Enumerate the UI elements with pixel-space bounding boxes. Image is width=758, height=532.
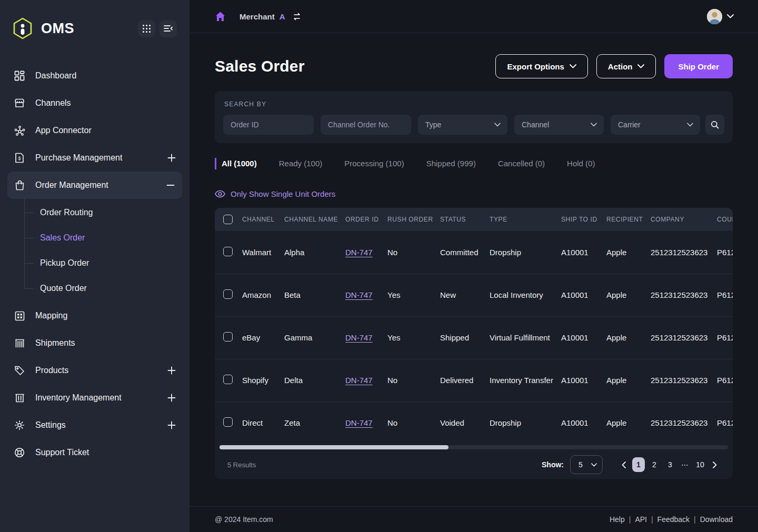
sidebar-item-purchase-management[interactable]: $ Purchase Management (0, 144, 190, 172)
sidebar-item-label: Settings (35, 420, 66, 430)
page-number[interactable]: 2 (648, 457, 661, 472)
inventory-columns-icon (14, 393, 25, 403)
topbar: Merchant A (190, 0, 758, 33)
footer-link[interactable]: Feedback (657, 515, 690, 524)
sidebar-item-label: Products (35, 366, 68, 375)
search-button[interactable] (705, 115, 724, 135)
sidebar-item-inventory-management[interactable]: Inventory Management (0, 384, 190, 411)
collapse-sidebar-button[interactable] (159, 20, 177, 37)
footer-link[interactable]: Download (700, 515, 733, 524)
cell-ship-to-id: A10001 (561, 359, 606, 401)
row-checkbox[interactable] (223, 247, 233, 256)
shipments-icon (14, 338, 25, 348)
sidebar-item-app-connector[interactable]: App Connector (0, 117, 190, 144)
cell-country: P6123 (717, 231, 733, 274)
channel-order-no-input[interactable] (321, 115, 411, 135)
ship-order-button[interactable]: Ship Order (664, 54, 733, 78)
col-channel: CHANNEL (242, 208, 284, 231)
scrollbar-thumb[interactable] (220, 445, 448, 449)
subnav-item-label: Quote Order (40, 284, 87, 293)
order-id-link[interactable]: DN-747 (345, 290, 373, 299)
chevron-down-icon (570, 64, 576, 68)
cell-company: 2512312523623 (651, 231, 717, 274)
sidebar-item-settings[interactable]: Settings (0, 411, 190, 439)
switch-merchant-icon[interactable] (292, 12, 302, 21)
sidebar-item-channels[interactable]: Channels (0, 89, 190, 117)
subnav-item-quote-order[interactable]: Quote Order (24, 276, 190, 301)
cell-channel: Direct (242, 401, 284, 444)
search-icon (711, 121, 719, 129)
type-select[interactable]: Type (418, 115, 507, 135)
order-id-input[interactable] (223, 115, 314, 135)
tab-ready[interactable]: Ready (100) (279, 158, 323, 169)
sidebar-item-dashboard[interactable]: Dashboard (0, 62, 190, 89)
tab-cancelled[interactable]: Cancelled (0) (498, 158, 545, 169)
subnav-item-pickup-order[interactable]: Pickup Order (24, 250, 190, 276)
page-number[interactable]: 10 (694, 457, 706, 472)
chevron-down-icon (591, 123, 597, 127)
avatar[interactable] (707, 9, 722, 24)
previous-page-button[interactable] (619, 461, 629, 468)
cell-recipient: Apple (606, 359, 651, 401)
plus-icon[interactable] (167, 421, 176, 429)
sidebar: OMS Dashboard (0, 0, 190, 532)
minus-icon[interactable] (166, 181, 175, 189)
subnav-item-sales-order[interactable]: Sales Order (24, 225, 190, 250)
svg-text:$: $ (18, 156, 21, 161)
tab-hold[interactable]: Hold (0) (567, 158, 595, 169)
chevron-down-icon (637, 64, 644, 68)
select-all-checkbox[interactable] (223, 215, 233, 224)
sidebar-item-mapping[interactable]: Mapping (0, 302, 190, 329)
tab-all[interactable]: All (1000) (215, 158, 257, 169)
row-checkbox[interactable] (223, 289, 233, 299)
order-id-link[interactable]: DN-747 (345, 248, 373, 257)
ship-order-label: Ship Order (678, 62, 719, 71)
sidebar-item-label: Mapping (35, 311, 67, 320)
row-checkbox[interactable] (223, 375, 233, 384)
orders-table-card: CHANNEL CHANNEL NAME ORDER ID RUSH ORDER… (215, 208, 733, 479)
col-recipient: RECIPIENT (606, 208, 651, 231)
tab-processing[interactable]: Processing (100) (344, 158, 404, 169)
single-unit-orders-toggle[interactable]: Only Show Single Unit Orders (215, 189, 733, 198)
sidebar-item-shipments[interactable]: Shipments (0, 329, 190, 357)
tab-shipped[interactable]: Shipped (999) (426, 158, 476, 169)
plus-icon[interactable] (167, 154, 176, 162)
chevron-down-icon (687, 123, 693, 127)
sidebar-item-support-ticket[interactable]: Support Ticket (0, 439, 190, 466)
footer-link[interactable]: Help (610, 515, 625, 524)
plus-icon[interactable] (167, 394, 176, 402)
cell-country: P6123 (717, 401, 733, 444)
carrier-select[interactable]: Carrier (611, 115, 700, 135)
next-page-button[interactable] (710, 461, 720, 468)
order-id-link[interactable]: DN-747 (345, 418, 373, 427)
sidebar-item-label: Order Management (35, 180, 108, 190)
page-number[interactable]: 1 (632, 457, 645, 472)
page-title: Sales Order (215, 57, 305, 75)
col-channel-name: CHANNEL NAME (284, 208, 345, 231)
footer-divider: | (651, 515, 653, 524)
subnav-item-order-routing[interactable]: Order Routing (24, 200, 190, 225)
plus-icon[interactable] (167, 366, 176, 375)
cell-rush-order: No (387, 359, 440, 401)
sidebar-item-products[interactable]: Products (0, 357, 190, 384)
page-number[interactable]: 3 (664, 457, 676, 472)
apps-grid-button[interactable] (138, 20, 155, 37)
sidebar-item-order-management[interactable]: Order Management (7, 172, 182, 199)
gear-icon (14, 420, 25, 430)
merchant-switcher[interactable]: Merchant A (240, 12, 302, 21)
channel-select[interactable]: Channel (514, 115, 604, 135)
footer-link[interactable]: API (635, 515, 647, 524)
order-id-link[interactable]: DN-747 (345, 376, 373, 385)
export-options-button[interactable]: Export Options (495, 54, 587, 78)
horizontal-scrollbar[interactable] (220, 445, 728, 449)
home-icon[interactable] (215, 11, 226, 22)
cell-company: 2512312523623 (651, 359, 717, 401)
row-checkbox[interactable] (223, 417, 233, 427)
cell-rush-order: Yes (387, 274, 440, 316)
sidebar-header: OMS (0, 0, 190, 40)
action-button[interactable]: Action (596, 54, 656, 78)
user-menu[interactable] (707, 9, 734, 24)
order-id-link[interactable]: DN-747 (345, 333, 373, 342)
page-size-select[interactable]: 5 (570, 455, 603, 474)
row-checkbox[interactable] (223, 332, 233, 342)
